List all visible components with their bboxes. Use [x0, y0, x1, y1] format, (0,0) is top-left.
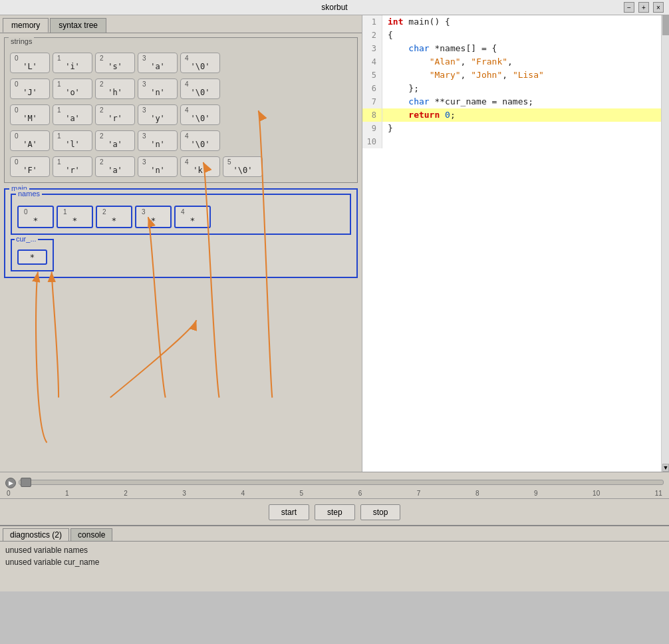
minimize-button[interactable]: −: [624, 2, 634, 13]
cell-alan-3: 3'n': [138, 130, 178, 151]
names-cell-2: 2*: [96, 206, 132, 228]
names-cell-3: 3*: [135, 206, 172, 228]
bottom-tab-bar: diagnostics (2) console: [0, 526, 669, 542]
memory-content: strings 0'L' 1'i' 2's' 3'a' 4'\0' 0'J' 1…: [0, 33, 362, 472]
right-scrollbar[interactable]: ▼: [661, 15, 669, 472]
timeline-numbers: 0 1 2 3 4 5 6 7 8 9 10 11: [5, 490, 664, 497]
tab-memory[interactable]: memory: [3, 18, 49, 33]
cell-john-2: 2'h': [95, 79, 135, 99]
cell-alan-1: 1'l': [53, 130, 92, 151]
cell-lisa-3: 3'a': [138, 53, 178, 73]
cell-lisa-2: 2's': [95, 53, 135, 73]
code-line-8: 8 return 0;: [362, 108, 661, 122]
cell-mary-1: 1'a': [53, 104, 92, 125]
names-group: names 0* 1* 2* 3* 4*: [11, 194, 351, 235]
cell-john-3: 3'n': [138, 79, 178, 99]
cell-alan-4: 4'\0': [180, 130, 220, 151]
tab-console[interactable]: console: [70, 528, 112, 541]
maximize-button[interactable]: +: [638, 2, 649, 13]
cur-group: cur_... *: [11, 239, 54, 271]
cell-frank-3: 3'n': [138, 156, 178, 177]
string-row-frank: 0'F' 1'r' 2'a' 3'n' 4'k' 5'\0': [10, 156, 352, 177]
diag-line-2: unused variable cur_name: [5, 556, 664, 568]
cur-cell: *: [17, 249, 47, 265]
code-line-5: 5 "Mary", "John", "Lisa": [362, 69, 661, 82]
cell-john-0: 0'J': [10, 79, 50, 99]
tab-diagnostics[interactable]: diagnostics (2): [3, 528, 69, 541]
code-line-1: 1 int main() {: [362, 15, 661, 29]
scroll-down-arrow[interactable]: ▼: [662, 464, 669, 472]
code-editor[interactable]: 1 int main() { 2 { 3 char *names[] = { 4…: [362, 15, 661, 472]
names-cells-row: 0* 1* 2* 3* 4*: [17, 206, 344, 228]
string-row-john: 0'J' 1'o' 2'h' 3'n' 4'\0': [10, 79, 352, 99]
cur-group-label: cur_...: [15, 235, 38, 243]
cell-mary-3: 3'y': [138, 104, 178, 125]
cell-mary-2: 2'r': [95, 104, 135, 125]
right-panel: 1 int main() { 2 { 3 char *names[] = { 4…: [362, 15, 669, 472]
names-cell-0: 0*: [17, 206, 54, 228]
cell-frank-0: 0'F': [10, 156, 50, 177]
string-row-alan: 0'A' 1'l' 2'a' 3'n' 4'\0': [10, 130, 352, 151]
step-button[interactable]: step: [315, 504, 355, 520]
code-line-10: 10: [362, 135, 661, 148]
cell-alan-0: 0'A': [10, 130, 50, 151]
cell-mary-0: 0'M': [10, 104, 50, 125]
stop-button[interactable]: stop: [360, 504, 401, 520]
timeline-track[interactable]: [19, 480, 664, 485]
string-row-lisa: 0'L' 1'i' 2's' 3'a' 4'\0': [10, 53, 352, 73]
diagnostics-content: unused variable names unused variable cu…: [0, 542, 669, 591]
controls-bar: start step stop: [0, 498, 669, 525]
cell-lisa-4: 4'\0': [180, 53, 220, 73]
window-title: skorbut: [45, 3, 624, 12]
cell-frank-1: 1'r': [53, 156, 92, 177]
cur-cell-value: *: [30, 252, 35, 262]
code-line-3: 3 char *names[] = {: [362, 42, 661, 55]
code-line-2: 2 {: [362, 29, 661, 42]
code-line-7: 7 char **cur_name = names;: [362, 95, 661, 108]
left-panel: memory syntax tree strings 0'L' 1'i' 2's…: [0, 15, 362, 472]
diag-line-1: unused variable names: [5, 544, 664, 556]
title-bar: skorbut − + ×: [0, 0, 669, 15]
cell-john-4: 4'\0': [180, 79, 220, 99]
bottom-panel: diagnostics (2) console unused variable …: [0, 525, 669, 591]
cell-lisa-0: 0'L': [10, 53, 50, 73]
timeline-position-marker[interactable]: ▶: [5, 478, 16, 488]
code-line-4: 4 "Alan", "Frank",: [362, 55, 661, 69]
cell-frank-5: 5'\0': [223, 156, 263, 177]
code-line-6: 6 };: [362, 82, 661, 95]
close-button[interactable]: ×: [653, 2, 664, 13]
timeline-thumb[interactable]: [21, 478, 31, 487]
names-cell-4: 4*: [174, 206, 211, 228]
code-line-9: 9 }: [362, 122, 661, 135]
strings-group: strings 0'L' 1'i' 2's' 3'a' 4'\0' 0'J' 1…: [4, 37, 358, 183]
timeline-bar: ▶ 0 1 2 3 4 5 6 7 8 9 10 11: [0, 472, 669, 498]
strings-label: strings: [9, 37, 34, 45]
cell-mary-4: 4'\0': [180, 104, 220, 125]
cell-alan-2: 2'a': [95, 130, 135, 151]
main-group: main names 0* 1* 2* 3* 4* cur_...: [4, 188, 358, 278]
scrollbar-thumb[interactable]: [662, 15, 669, 35]
cell-lisa-1: 1'i': [53, 53, 92, 73]
cell-frank-2: 2'a': [95, 156, 135, 177]
names-cell-1: 1*: [57, 206, 93, 228]
tab-bar: memory syntax tree: [0, 15, 362, 33]
names-group-label: names: [16, 190, 42, 198]
cell-frank-4: 4'k': [180, 156, 220, 177]
tab-syntax-tree[interactable]: syntax tree: [50, 18, 106, 33]
cell-john-1: 1'o': [53, 79, 92, 99]
string-row-mary: 0'M' 1'a' 2'r' 3'y' 4'\0': [10, 104, 352, 125]
start-button[interactable]: start: [269, 504, 309, 520]
